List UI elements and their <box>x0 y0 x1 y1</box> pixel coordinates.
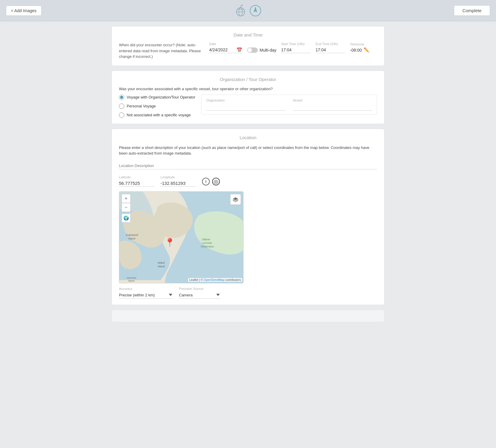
map-zoom-out-button[interactable]: − <box>122 203 131 212</box>
date-time-question: When did your encounter occur? (Note: au… <box>119 42 202 60</box>
location-description-input[interactable] <box>119 162 377 169</box>
svg-text:Wilderness: Wilderness <box>201 245 214 248</box>
coord-icons: i <box>202 178 220 185</box>
vessel-label: Vessel <box>293 99 372 102</box>
map-layers-button[interactable] <box>230 194 241 205</box>
map-controls-right <box>230 194 241 205</box>
svg-text:Island: Island <box>128 237 135 240</box>
svg-text:Kupreanof: Kupreanof <box>126 233 138 236</box>
toggle-slider <box>247 47 258 53</box>
add-images-button[interactable]: < Add Images <box>6 6 42 16</box>
date-group: Date 📅 <box>209 42 242 53</box>
osm-link[interactable]: OpenStreetMap <box>204 278 225 282</box>
date-input-wrapper: 📅 <box>209 47 242 53</box>
organization-card: Organization / Tour Operator Was your en… <box>112 71 384 124</box>
map-svg: Kupreanof Island Mitkof Island Stikine- … <box>119 192 243 283</box>
option-not-associated-label: Not associated with a specific voyage <box>127 113 191 117</box>
svg-text:Island: Island <box>158 265 165 268</box>
svg-text:Zarembo: Zarembo <box>127 277 136 279</box>
latitude-field: Latitude <box>119 175 155 187</box>
header: < Add Images Complete <box>0 0 496 21</box>
vessel-input[interactable] <box>293 103 372 111</box>
header-left: < Add Images <box>6 6 42 16</box>
longitude-label: Longitude <box>160 175 196 179</box>
location-description: Please enter a short description of your… <box>119 145 377 156</box>
option-voyage-org[interactable]: Voyage with Organization/Tour Operator <box>119 95 195 100</box>
multiday-toggle-row: Multi-day <box>247 47 276 53</box>
multiday-group: Multi-day <box>247 43 276 53</box>
multiday-label-hidden <box>261 43 262 46</box>
map-zoom-in-button[interactable]: + <box>122 194 131 203</box>
map-globe-button[interactable]: 🌍 <box>122 214 131 223</box>
organization-input[interactable] <box>206 103 285 111</box>
org-label: Organization <box>206 99 285 102</box>
option-not-associated[interactable]: Not associated with a specific voyage <box>119 112 195 118</box>
map-container[interactable]: Kupreanof Island Mitkof Island Stikine- … <box>119 191 244 283</box>
date-input[interactable] <box>209 47 235 53</box>
end-time-input[interactable] <box>316 47 345 53</box>
timezone-edit-icon[interactable]: ✏️ <box>364 47 370 53</box>
header-center <box>234 4 261 17</box>
header-right: Complete <box>454 5 490 16</box>
radio-personal-voyage[interactable] <box>119 104 124 109</box>
precision-source-select[interactable]: Camera GPS Manual <box>179 292 220 299</box>
date-time-title: Date and Time <box>119 32 377 37</box>
bottom-controls: Accuracy Precise (within 2 km) Approxima… <box>119 287 377 299</box>
contributors-text: contributors <box>225 278 241 282</box>
org-fields: Organization Vessel <box>201 95 377 115</box>
location-card: Location Please enter a short descriptio… <box>112 129 384 305</box>
start-time-input[interactable] <box>281 47 311 53</box>
timezone-value: -08:00 <box>350 48 362 53</box>
precision-source-label: Precision Source <box>179 287 220 290</box>
svg-text:Island: Island <box>128 279 134 282</box>
end-time-group: End Time (24h) <box>316 42 345 53</box>
complete-button[interactable]: Complete <box>454 5 490 16</box>
radio-voyage-org[interactable] <box>119 95 124 100</box>
organization-title: Organization / Tour Operator <box>119 77 377 82</box>
organization-question: Was your encounter associated with a spe… <box>119 87 377 91</box>
option-voyage-org-label: Voyage with Organization/Tour Operator <box>127 95 195 99</box>
coords-row: Latitude Longitude i <box>119 175 377 187</box>
navigation-icon <box>249 5 261 17</box>
vessel-field: Vessel <box>293 99 372 111</box>
timezone-value-row: -08:00 ✏️ <box>350 47 370 53</box>
svg-text:Stikine-: Stikine- <box>202 238 211 241</box>
leaflet-text: Leaflet | © <box>189 278 204 282</box>
end-time-label: End Time (24h) <box>316 42 345 46</box>
calendar-icon[interactable]: 📅 <box>236 47 242 53</box>
map-pin: 📍 <box>165 238 175 247</box>
date-label: Date <box>209 42 242 46</box>
globe-icon <box>234 4 247 17</box>
target-icon[interactable] <box>212 178 220 185</box>
layers-icon <box>232 196 239 203</box>
option-personal-voyage-label: Personal Voyage <box>127 104 156 108</box>
latitude-input[interactable] <box>119 180 155 187</box>
radio-options: Voyage with Organization/Tour Operator P… <box>119 95 195 118</box>
date-time-controls: Date 📅 Multi-day <box>209 42 370 53</box>
timezone-label: Timezone <box>350 42 370 46</box>
map-controls-left: + − 🌍 <box>122 194 131 223</box>
accuracy-select[interactable]: Precise (within 2 km) Approximate (withi… <box>119 292 173 299</box>
accuracy-label: Accuracy <box>119 287 173 290</box>
longitude-field: Longitude <box>160 175 196 187</box>
org-options-row: Voyage with Organization/Tour Operator P… <box>119 95 377 118</box>
svg-text:Mitkof: Mitkof <box>158 261 165 264</box>
bottom-card-placeholder <box>112 310 384 322</box>
main-content: Date and Time When did your encounter oc… <box>106 21 390 327</box>
svg-text:LeConte: LeConte <box>202 241 212 244</box>
latitude-label: Latitude <box>119 175 155 179</box>
timezone-group: Timezone -08:00 ✏️ <box>350 42 370 53</box>
radio-not-associated[interactable] <box>119 112 124 118</box>
map-attribution: Leaflet | © OpenStreetMap contributors <box>188 278 242 282</box>
accuracy-group: Accuracy Precise (within 2 km) Approxima… <box>119 287 173 299</box>
multiday-toggle[interactable] <box>247 47 258 53</box>
location-title: Location <box>119 135 377 140</box>
date-time-row: When did your encounter occur? (Note: au… <box>119 42 377 60</box>
longitude-input[interactable] <box>160 180 196 187</box>
organization-field: Organization <box>206 99 285 111</box>
option-personal-voyage[interactable]: Personal Voyage <box>119 104 195 109</box>
info-icon[interactable]: i <box>202 178 210 185</box>
date-time-card: Date and Time When did your encounter oc… <box>112 26 384 66</box>
multiday-text: Multi-day <box>260 48 276 53</box>
start-time-group: Start Time (24h) <box>281 42 311 53</box>
